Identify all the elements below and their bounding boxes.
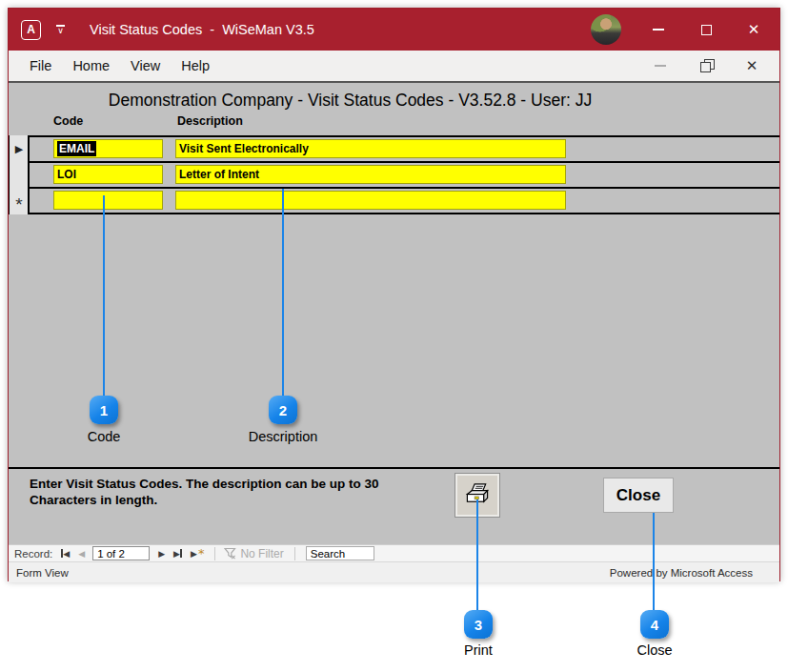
nav-last-button[interactable]: ▶ bbox=[173, 549, 182, 559]
callout-line-description bbox=[282, 189, 284, 396]
form-view: Demonstration Company - Visit Status Cod… bbox=[9, 83, 779, 544]
child-minimize-button[interactable] bbox=[646, 54, 675, 77]
selected-text: EMAIL bbox=[57, 141, 96, 156]
callout-label-print: Print bbox=[421, 642, 535, 658]
search-input[interactable] bbox=[306, 546, 374, 560]
user-avatar[interactable] bbox=[591, 14, 621, 45]
current-record-arrow-icon: ▶ bbox=[15, 143, 23, 155]
description-field[interactable]: Visit Sent Electronically bbox=[175, 139, 566, 158]
minimize-button[interactable] bbox=[644, 15, 673, 44]
close-window-button[interactable]: ✕ bbox=[739, 15, 768, 44]
callout-line-print bbox=[476, 499, 478, 610]
callout-badge-3: 3 bbox=[464, 610, 493, 639]
record-selector[interactable]: ▶ bbox=[9, 137, 30, 161]
column-header-code: Code bbox=[53, 114, 83, 128]
record-label: Record: bbox=[14, 548, 52, 560]
nav-previous-button[interactable]: ◀ bbox=[78, 549, 85, 559]
column-header-description: Description bbox=[177, 114, 243, 128]
callout-label-close: Close bbox=[597, 642, 712, 658]
callout-badge-4: 4 bbox=[640, 610, 669, 639]
window-close-icon: ✕ bbox=[746, 57, 758, 74]
separator bbox=[214, 547, 215, 560]
new-record-asterisk-icon: * bbox=[15, 200, 22, 210]
new-record-row: * bbox=[9, 189, 779, 213]
nav-first-button[interactable]: ◀ bbox=[61, 549, 70, 559]
menu-item-home[interactable]: Home bbox=[72, 58, 110, 73]
maximize-button[interactable] bbox=[692, 15, 720, 44]
view-mode-label: Form View bbox=[16, 567, 69, 579]
nav-new-record-button[interactable]: ▶* bbox=[191, 549, 204, 559]
titlebar[interactable]: A ∨ Visit Status Codes - WiSeMan V3.5 ✕ bbox=[9, 9, 779, 51]
record-selector[interactable]: * bbox=[9, 189, 30, 213]
close-icon: ✕ bbox=[748, 21, 760, 38]
no-filter-button[interactable]: No Filter bbox=[224, 547, 283, 560]
footer-divider bbox=[9, 467, 779, 469]
callout-line-code bbox=[103, 195, 105, 396]
nav-next-button[interactable]: ▶ bbox=[158, 549, 165, 559]
code-field[interactable]: EMAIL bbox=[53, 139, 163, 158]
app-window: A ∨ Visit Status Codes - WiSeMan V3.5 ✕ … bbox=[8, 8, 780, 581]
new-record-star-icon: * bbox=[198, 550, 205, 558]
access-logo-icon[interactable]: A bbox=[21, 20, 41, 40]
child-restore-button[interactable] bbox=[692, 54, 720, 77]
code-field[interactable]: LOI bbox=[53, 165, 163, 184]
window-title: Visit Status Codes - WiSeMan V3.5 bbox=[90, 22, 314, 37]
titlebar-controls: ✕ bbox=[591, 14, 779, 45]
menu-item-file[interactable]: File bbox=[30, 58, 51, 73]
record-navigator: Record: ◀ ◀ ▶ ▶ ▶* No Filter bbox=[9, 544, 779, 561]
callout-badge-2: 2 bbox=[269, 396, 297, 424]
table-row: ▶ EMAIL Visit Sent Electronically bbox=[9, 137, 779, 161]
form-title: Demonstration Company - Visit Status Cod… bbox=[9, 91, 779, 111]
table-row: LOI Letter of Intent bbox=[9, 163, 779, 187]
no-filter-label: No Filter bbox=[240, 547, 283, 560]
screenshot-root: A ∨ Visit Status Codes - WiSeMan V3.5 ✕ … bbox=[0, 0, 788, 672]
separator bbox=[294, 547, 295, 560]
maximize-icon bbox=[701, 25, 712, 35]
close-form-button[interactable]: Close bbox=[603, 478, 674, 513]
window-minimize-icon bbox=[655, 65, 666, 67]
code-field[interactable] bbox=[53, 191, 163, 210]
record-position-input[interactable] bbox=[92, 546, 150, 560]
chevron-down-icon: ∨ bbox=[57, 28, 64, 34]
filter-icon bbox=[224, 547, 236, 560]
menubar: File Home View Help ✕ bbox=[9, 51, 779, 83]
quick-access-dropdown-icon[interactable]: ∨ bbox=[56, 25, 65, 34]
menu-item-view[interactable]: View bbox=[131, 58, 160, 73]
record-selector[interactable] bbox=[9, 163, 30, 187]
child-window-controls: ✕ bbox=[646, 54, 779, 77]
callout-label-code: Code bbox=[47, 429, 161, 444]
callout-line-close bbox=[653, 513, 655, 610]
callout-badge-1: 1 bbox=[90, 396, 118, 424]
description-field[interactable] bbox=[175, 191, 566, 210]
grid-line bbox=[9, 213, 779, 214]
child-close-button[interactable]: ✕ bbox=[737, 54, 766, 77]
help-message: Enter Visit Status Codes. The descriptio… bbox=[30, 476, 420, 508]
menu-item-help[interactable]: Help bbox=[181, 58, 210, 73]
powered-by-label: Powered by Microsoft Access bbox=[610, 567, 753, 579]
minimize-icon bbox=[653, 29, 664, 31]
callout-label-description: Description bbox=[226, 429, 340, 444]
window-restore-icon bbox=[701, 61, 711, 71]
statusbar: Form View Powered by Microsoft Access bbox=[9, 561, 779, 582]
description-field[interactable]: Letter of Intent bbox=[175, 165, 566, 184]
